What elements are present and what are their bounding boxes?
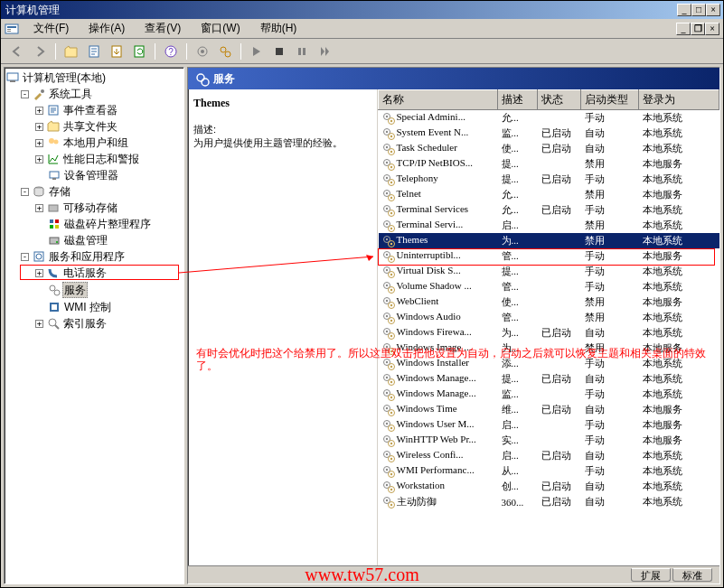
service-row[interactable]: Windows Firewa...为...已启动自动本地系统	[379, 325, 719, 341]
service-row[interactable]: Telephony提...已启动手动本地系统	[379, 172, 719, 187]
service-row[interactable]: Volume Shadow ...管...手动本地系统	[379, 279, 719, 294]
tree-root[interactable]: 计算机管理(本地)	[6, 70, 182, 86]
tree-device-mgr[interactable]: 设备管理器	[35, 167, 182, 183]
svg-point-122	[385, 423, 387, 425]
menu-view[interactable]: 查看(V)	[139, 19, 186, 38]
svg-point-60	[390, 182, 391, 183]
service-row[interactable]: Windows Audio管...禁用本地系统	[379, 310, 719, 325]
service-row[interactable]: Task Scheduler使...已启动自动本地系统	[379, 141, 719, 156]
service-row[interactable]: Windows Time维...已启动自动本地服务	[379, 402, 719, 417]
svc-startup: 自动	[581, 402, 639, 417]
tree-wmi[interactable]: WMI 控制	[35, 299, 182, 315]
service-list[interactable]: 名称 描述 状态 启动类型 登录为 Special Admini...允...手…	[378, 89, 719, 565]
service-row[interactable]: Special Admini...允...手动本地系统	[379, 110, 719, 126]
service-row[interactable]: WebClient使...禁用本地服务	[379, 294, 719, 310]
tree-storage[interactable]: -存储	[21, 183, 182, 200]
svg-rect-13	[276, 48, 283, 55]
mdi-minimize-button[interactable]: _	[676, 23, 691, 35]
gear-icon[interactable]	[193, 42, 212, 61]
gear-icon	[382, 219, 395, 232]
pause-button[interactable]	[293, 42, 311, 61]
tree-perf-logs[interactable]: +性能日志和警报	[35, 151, 182, 167]
tree-sys-tools[interactable]: -系统工具	[21, 86, 182, 102]
svc-startup: 禁用	[581, 310, 639, 325]
minimize-button[interactable]: _	[677, 4, 691, 16]
tree-pane[interactable]: 计算机管理(本地) -系统工具 +事件查看器 +共享文件夹 +本地用户和组 +性…	[4, 67, 184, 584]
svg-point-74	[385, 238, 387, 240]
svc-status: 已启动	[538, 325, 581, 341]
svc-name: WMI Performanc...	[397, 464, 475, 475]
svc-name: 主动防御	[397, 496, 437, 507]
svc-logon: 本地系统	[639, 126, 719, 141]
service-row[interactable]: Windows Installer添...手动本地系统	[379, 356, 719, 371]
menu-help[interactable]: 帮助(H)	[255, 19, 303, 38]
menu-bar: 文件(F) 操作(A) 查看(V) 窗口(W) 帮助(H) _ ❐ ×	[1, 19, 723, 39]
svg-point-92	[390, 304, 391, 306]
tree-services[interactable]: 服务	[35, 281, 182, 299]
service-row[interactable]: WMI Performanc...从...手动本地系统	[379, 463, 719, 479]
tree-telephony[interactable]: +电话服务	[35, 265, 182, 281]
svc-logon: 本地系统	[639, 371, 719, 387]
service-row[interactable]: Windows Manage...提...已启动自动本地系统	[379, 371, 719, 387]
menu-action[interactable]: 操作(A)	[83, 19, 130, 38]
stop-button[interactable]	[270, 42, 288, 61]
mdi-close-button[interactable]: ×	[705, 23, 719, 35]
col-desc[interactable]: 描述	[498, 90, 538, 110]
service-row[interactable]: Terminal Services允...已启动手动本地系统	[379, 202, 719, 218]
service-row[interactable]: System Event N...监...已启动自动本地系统	[379, 126, 719, 141]
gear-icon	[382, 481, 395, 493]
tree-event-viewer[interactable]: +事件查看器	[35, 102, 182, 118]
tab-extended[interactable]: 扩展	[631, 568, 671, 582]
service-row[interactable]: WinHTTP Web Pr...实...手动本地服务	[379, 433, 719, 448]
back-button[interactable]	[8, 42, 26, 61]
service-row[interactable]: Windows Image ...为...禁用本地服务	[379, 341, 719, 356]
mdi-restore-button[interactable]: ❐	[691, 23, 705, 35]
up-button[interactable]	[62, 42, 80, 61]
tree-local-users[interactable]: +本地用户和组	[35, 135, 182, 151]
service-row[interactable]: Telnet允...禁用本地服务	[379, 187, 719, 202]
help-icon[interactable]: ?	[162, 42, 180, 61]
tab-standard[interactable]: 标准	[672, 568, 712, 582]
tree-shared-folders[interactable]: +共享文件夹	[35, 118, 182, 135]
menu-file[interactable]: 文件(F)	[28, 19, 74, 38]
service-row[interactable]: 主动防御360...已启动自动本地系统	[379, 494, 719, 509]
tree-indexing[interactable]: +索引服务	[35, 315, 182, 331]
service-row[interactable]: Windows Manage...监...手动本地系统	[379, 387, 719, 402]
export-button[interactable]	[108, 42, 126, 61]
col-status[interactable]: 状态	[538, 90, 581, 110]
gear-icon	[382, 112, 395, 125]
refresh-button[interactable]	[130, 42, 148, 61]
menu-window[interactable]: 窗口(W)	[195, 19, 245, 38]
col-logon[interactable]: 登录为	[639, 90, 719, 110]
maximize-button[interactable]: □	[691, 4, 706, 16]
tree-disk-mgr[interactable]: 磁盘管理	[35, 232, 182, 248]
gear2-icon[interactable]	[216, 42, 234, 61]
play-button[interactable]	[248, 42, 266, 61]
service-row[interactable]: Wireless Confi...启...已启动自动本地系统	[379, 448, 719, 463]
tree-removable[interactable]: +可移动存储	[35, 200, 182, 216]
svc-logon: 本地系统	[639, 479, 719, 494]
col-startup[interactable]: 启动类型	[581, 90, 639, 110]
tree-defrag[interactable]: 磁盘碎片整理程序	[35, 216, 182, 232]
disk-icon	[48, 234, 61, 247]
svc-logon: 本地系统	[639, 141, 719, 156]
svc-logon: 本地服务	[639, 417, 719, 433]
service-row[interactable]: TCP/IP NetBIOS...提...禁用本地服务	[379, 156, 719, 172]
service-row[interactable]: Workstation创...已启动自动本地系统	[379, 479, 719, 494]
service-row[interactable]: Terminal Servi...启...禁用本地系统	[379, 218, 719, 233]
service-row[interactable]: Windows User M...启...手动本地服务	[379, 417, 719, 433]
svg-point-38	[49, 319, 56, 326]
svc-desc: 提...	[498, 172, 538, 187]
restart-button[interactable]	[315, 42, 334, 61]
service-row[interactable]: Themes为...禁用本地系统	[379, 233, 719, 248]
properties-button[interactable]	[85, 42, 103, 61]
forward-button[interactable]	[31, 42, 49, 61]
col-name[interactable]: 名称	[379, 90, 498, 110]
close-button[interactable]: ×	[706, 4, 720, 16]
svc-logon: 本地系统	[639, 494, 719, 509]
service-row[interactable]: Uninterruptibl...管...手动本地服务	[379, 248, 719, 264]
svc-logon: 本地服务	[639, 341, 719, 356]
svg-point-120	[390, 412, 391, 414]
service-row[interactable]: Virtual Disk S...提...手动本地系统	[379, 264, 719, 279]
tree-svc-apps[interactable]: -服务和应用程序	[21, 248, 182, 265]
